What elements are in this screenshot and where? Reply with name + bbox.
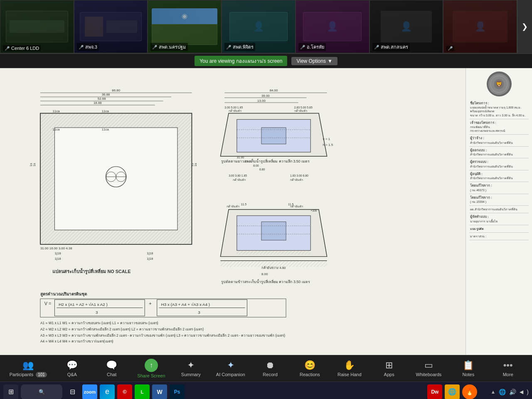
sidebar-designer: ผู้ออกแบบ : สำนักวิทยาการแผ่นดินวิภาคที่…: [469, 147, 529, 158]
notification-icon[interactable]: ◀: [520, 389, 523, 395]
misc-app-2-taskbar-icon[interactable]: 🔥: [462, 384, 477, 399]
windows-start-button[interactable]: ⊞: [3, 384, 18, 399]
more-button[interactable]: ••• More: [493, 360, 522, 377]
svg-text:18.88: 18.88: [94, 101, 102, 105]
reactions-button[interactable]: 😊 Reactions: [295, 360, 324, 377]
svg-text:H2 x (A1 + A2 + √A1 x A2 ): H2 x (A1 + A2 + √A1 x A2 ): [59, 302, 108, 307]
raise-hand-icon: ✋: [344, 360, 355, 371]
mic-icon-3: 🎤: [226, 45, 231, 49]
share-screen-label: Share Screen: [137, 373, 165, 378]
svg-text:31.00: 31.00: [237, 156, 244, 159]
video-tile-1[interactable]: 🎤 สพจ.3: [74, 0, 148, 53]
participants-count: 101: [36, 372, 47, 377]
svg-text:11ca: 11ca: [52, 109, 60, 113]
svg-text:1.83 3.00 6.80: 1.83 3.00 6.80: [290, 174, 308, 177]
whiteboards-button[interactable]: ▭ Whiteboards: [414, 360, 443, 377]
word-taskbar-icon[interactable]: W: [152, 384, 167, 399]
summary-button[interactable]: ✦ Summary: [176, 360, 205, 377]
windows-search-button[interactable]: 🔍: [21, 384, 62, 399]
edge-taskbar-icon[interactable]: e: [100, 384, 115, 399]
mic-icon-0: 🎤: [5, 46, 10, 51]
svg-text:11.5: 11.5: [288, 203, 294, 206]
svg-text:36.88: 36.88: [102, 93, 110, 96]
raise-hand-button[interactable]: ✋ Raise Hand: [335, 360, 364, 377]
share-screen-button[interactable]: ↑ Share Screen: [137, 359, 166, 378]
svg-text:11ca: 11ca: [102, 128, 109, 131]
svg-text:3: 3: [96, 310, 98, 315]
reactions-icon: 😊: [304, 360, 315, 371]
view-options-button[interactable]: View Options ▼: [291, 57, 337, 65]
system-tray: ▲ 🌐 🔊 ◀ ): [490, 389, 529, 395]
svg-text:A1 = W1 x L1   W1 = ความกว้างข: A1 = W1 x L1 W1 = ความกว้างขอบสระ (เมตร)…: [40, 321, 158, 325]
svg-text:11ca: 11ca: [102, 109, 109, 113]
svg-text:+: +: [149, 300, 152, 306]
svg-text:รูปตัดตามข้าวสระเก็บน้ำรูปสี่เ: รูปตัดตามข้าวสระเก็บน้ำรูปสี่เหลี่ยม ควา…: [221, 279, 310, 284]
drawing-area: 86.80 36.88 52.88 18.88 11ca 11ca 11ca: [0, 68, 466, 355]
sidebar-related-dept: ผด.สำนักวิทยาการแผ่นดินวิภาคที่ดิน: [469, 206, 529, 213]
notification-text: You are viewing กองแผนงาน's screen: [195, 56, 287, 66]
photoshop-taskbar-icon[interactable]: Ps: [170, 384, 185, 399]
svg-text:1s: 1s: [194, 163, 197, 166]
tile-label-3: 🎤 สพด.พิจิตร: [224, 43, 255, 51]
record-icon: ⏺: [266, 360, 275, 371]
task-view-button[interactable]: ⊟: [65, 384, 80, 399]
reactions-label: Reactions: [300, 372, 320, 377]
svg-text:6.80: 6.80: [259, 168, 265, 171]
svg-text:กค้ายันขวาง 4.80: กค้ายันขวาง 4.80: [261, 266, 286, 270]
svg-text:3: 3: [198, 310, 200, 315]
dreamweaver-taskbar-icon[interactable]: Dw: [427, 384, 442, 399]
ai-companion-button[interactable]: ✦ AI Companion: [216, 360, 245, 377]
ai-companion-icon: ✦: [227, 360, 234, 371]
tile-label-2: 🎤 สพด.นครปฐม: [150, 43, 187, 51]
participants-label: Participants 101: [10, 372, 47, 377]
video-tile-4[interactable]: 👤 🎤 อ.โครทัย: [296, 0, 369, 53]
svg-text:8.00: 8.00: [261, 272, 268, 276]
notes-button[interactable]: 📋 Notes: [454, 360, 483, 377]
tile-label-5: 🎤 สพด.สกลนคร: [372, 43, 410, 51]
participants-button[interactable]: 👥 Participants 101: [10, 360, 47, 377]
svg-text:กค้ายันหัก: กค้ายันหัก: [294, 109, 307, 112]
zoom-taskbar-icon[interactable]: zoom: [82, 384, 97, 399]
video-tile-0[interactable]: 🎤 Center 6 LDD: [0, 0, 74, 53]
video-tile-3[interactable]: 👤 🎤 สพด.พิจิตร: [222, 0, 296, 53]
svg-text:รูปตัดตามยาวสระเก็บน้ำรูปสี่เห: รูปตัดตามยาวสระเก็บน้ำรูปสี่เหลี่ยม ความ…: [222, 158, 310, 164]
tile-name-2: สพด.นครปฐม: [159, 43, 186, 51]
next-tile-button[interactable]: ❯: [517, 0, 532, 53]
whiteboards-label: Whiteboards: [416, 372, 442, 377]
svg-text:1|18: 1|18: [147, 251, 153, 255]
record-label: Record: [263, 372, 277, 377]
more-label: More: [503, 372, 513, 377]
qa-button[interactable]: 💬 Q&A: [57, 360, 86, 377]
mic-icon-1: 🎤: [79, 45, 84, 49]
misc-app-taskbar-icon[interactable]: 🌐: [445, 384, 460, 399]
sidebar-owner: เจ้าของโครงการ : กรมพัฒนาที่ดินกระทรวงเก…: [469, 119, 529, 135]
video-tile-2[interactable]: ◉ 🎤 สพด.นครปฐม: [148, 0, 222, 53]
svg-text:กค้ายันหัก: กค้ายันหัก: [227, 205, 239, 208]
apps-label: Apps: [384, 372, 394, 377]
video-tile-5[interactable]: 👤 🎤 สพด.สกลนคร: [369, 0, 443, 53]
sidebar-project-name: ชื่อโครงการ : แบบแผนบ่อน้ำขนาดความจุ 1,8…: [469, 100, 529, 119]
svg-text:1|18: 1|18: [54, 251, 61, 255]
network-icon[interactable]: 🌐: [499, 389, 506, 395]
autocad-taskbar-icon[interactable]: ©: [117, 384, 132, 399]
svg-text:v = 1: v = 1: [323, 137, 330, 141]
speaker-icon[interactable]: ): [527, 389, 529, 395]
tile-name-1: สพจ.3: [85, 43, 97, 51]
volume-icon[interactable]: 🔊: [509, 389, 516, 395]
svg-text:กค้ายันหัก: กค้ายันหัก: [229, 109, 241, 112]
svg-text:V =: V =: [44, 301, 52, 306]
apps-button[interactable]: ⊞ Apps: [374, 360, 404, 377]
up-arrow-icon[interactable]: ▲: [490, 389, 495, 395]
chat-button[interactable]: 🗨️ Chat: [97, 360, 126, 377]
svg-text:1|18: 1|18: [54, 257, 61, 261]
organization-seal: 🦁: [487, 71, 512, 96]
video-tile-6[interactable]: 👤 🎤: [443, 0, 517, 53]
sidebar-scale: มาตราส่วน :: [469, 233, 529, 240]
notes-label: Notes: [462, 372, 474, 377]
svg-text:สูตรคำนวณปริมาตรดินชุด: สูตรคำนวณปริมาตรดินชุด: [40, 292, 87, 297]
line-taskbar-icon[interactable]: L: [135, 384, 150, 399]
record-button[interactable]: ⏺ Record: [256, 360, 285, 377]
chat-icon: 🗨️: [106, 360, 117, 371]
main-content: 86.80 36.88 52.88 18.88 11ca 11ca 11ca: [0, 68, 532, 355]
right-sidebar: 🦁 ชื่อโครงการ : แบบแผนบ่อน้ำขนาดความจุ 1…: [466, 68, 532, 355]
